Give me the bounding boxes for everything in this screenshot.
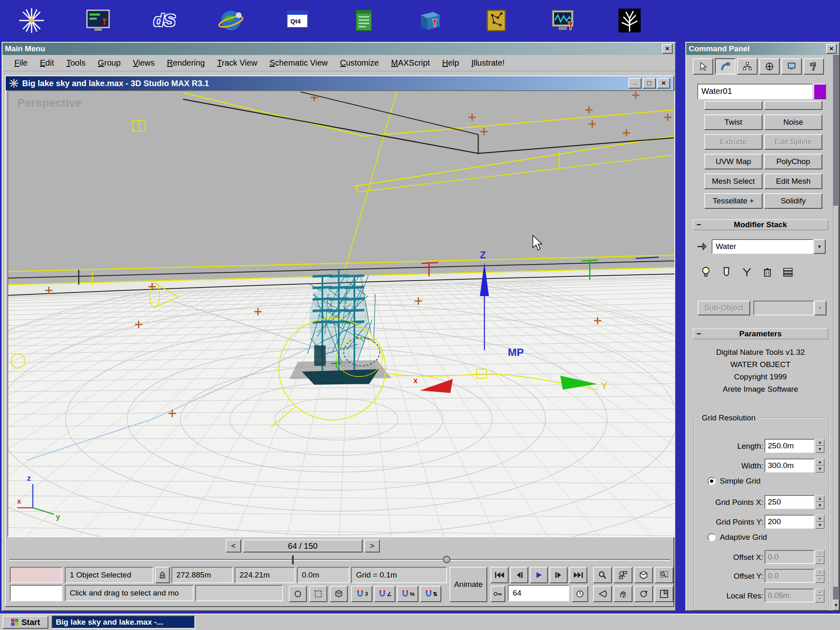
- close-button[interactable]: ×: [657, 78, 670, 89]
- adaptive-grid-radio[interactable]: [708, 533, 716, 541]
- perspective-viewport[interactable]: Z x Y MP z y x: [7, 90, 675, 537]
- command-panel-close-button[interactable]: ×: [826, 44, 837, 54]
- object-name-input[interactable]: Water01: [697, 84, 813, 99]
- time-slider-handle[interactable]: 64 / 150: [243, 539, 363, 552]
- modifier-stack-dropdown[interactable]: Water: [712, 239, 813, 254]
- prev-frame-button[interactable]: <: [226, 539, 241, 552]
- max-starburst-icon[interactable]: [18, 7, 45, 34]
- key-mode-button[interactable]: [491, 586, 505, 602]
- coord-y-field[interactable]: 224.21m: [235, 567, 295, 583]
- menu-customize[interactable]: Customize: [335, 57, 384, 69]
- object-color-swatch[interactable]: [813, 84, 826, 99]
- grid-points-x-input[interactable]: 250: [765, 495, 815, 509]
- package-wine-icon[interactable]: [417, 7, 444, 34]
- modifier-button-uvw-map[interactable]: UVW Map: [704, 154, 762, 169]
- window-select-toggle-button[interactable]: [309, 586, 327, 602]
- spinner-snap-button[interactable]: ⇅: [420, 586, 441, 602]
- scrollbar-down-button[interactable]: ▼: [833, 600, 839, 610]
- modifier-stack-dropdown-arrow[interactable]: ▼: [813, 239, 826, 254]
- grid-points-x-spinner[interactable]: ▲▼: [815, 495, 824, 509]
- previous-frame-button[interactable]: [510, 567, 528, 583]
- monitor-scope-icon[interactable]: [550, 7, 577, 34]
- main-menu-titlebar[interactable]: Main Menu ×: [2, 43, 675, 55]
- length-input[interactable]: 250.0m: [765, 439, 815, 453]
- field-of-view-button[interactable]: [593, 586, 612, 602]
- main-menu-close-button[interactable]: ×: [662, 44, 673, 54]
- start-button[interactable]: Start: [2, 616, 48, 629]
- coord-z-field[interactable]: 0.0m: [297, 567, 349, 583]
- scrollbar-thumb[interactable]: [833, 206, 839, 587]
- tab-display[interactable]: [781, 58, 802, 75]
- grid-points-y-spinner[interactable]: ▲▼: [815, 515, 824, 529]
- min-max-toggle-button[interactable]: [655, 586, 673, 602]
- play-button[interactable]: [530, 567, 548, 583]
- zoom-region-button[interactable]: [655, 567, 673, 583]
- menu-edit[interactable]: Edit: [34, 57, 59, 69]
- coord-x-field[interactable]: 272.885m: [171, 567, 233, 583]
- next-frame-icon-button[interactable]: [550, 567, 568, 583]
- tab-utilities[interactable]: [803, 58, 824, 75]
- width-input[interactable]: 300.0m: [765, 459, 815, 472]
- tree-icon[interactable]: [616, 7, 643, 34]
- modifier-button-tessellate[interactable]: Tessellate +: [704, 193, 762, 209]
- modifier-button-polychop[interactable]: PolyChop: [764, 154, 822, 169]
- next-frame-button[interactable]: >: [364, 539, 380, 552]
- modifier-button-clipped-left[interactable]: [704, 101, 762, 110]
- listener-pane[interactable]: [10, 585, 62, 601]
- max-window-titlebar[interactable]: Big lake sky and lake.max - 3D Studio MA…: [6, 76, 673, 90]
- selection-lock-button[interactable]: [155, 567, 170, 583]
- percent-snap-button[interactable]: %: [397, 586, 418, 602]
- zoom-all-button[interactable]: [614, 567, 632, 583]
- ds-logo-icon[interactable]: dS: [151, 7, 178, 34]
- parameters-rollout[interactable]: − Parameters: [693, 329, 828, 339]
- modifier-button-noise[interactable]: Noise: [764, 114, 822, 130]
- go-to-start-button[interactable]: [491, 567, 509, 583]
- show-end-result-icon[interactable]: [721, 266, 732, 278]
- taskbar-task-button[interactable]: Big lake sky and lake.max -...: [52, 616, 195, 629]
- edit-stack-icon[interactable]: [782, 266, 794, 278]
- modifier-button-twist[interactable]: Twist: [704, 114, 762, 130]
- terminal-icon[interactable]: [84, 7, 112, 34]
- key-marker[interactable]: [443, 556, 450, 563]
- pan-button[interactable]: [614, 586, 632, 602]
- angle-snap-button[interactable]: ∠: [374, 586, 395, 602]
- remove-modifier-trash-icon[interactable]: [762, 266, 773, 278]
- snap-3d-button[interactable]: 3: [351, 586, 372, 602]
- restore-button[interactable]: □: [643, 78, 656, 89]
- simple-grid-radio[interactable]: [708, 477, 716, 485]
- tab-create[interactable]: [693, 58, 713, 75]
- modifier-stack-rollout[interactable]: − Modifier Stack: [693, 219, 828, 230]
- active-toggle-bulb-icon[interactable]: [700, 266, 712, 278]
- minimize-button[interactable]: _: [628, 78, 641, 89]
- length-spinner[interactable]: ▲▼: [815, 439, 824, 453]
- modifier-button-mesh-select[interactable]: Mesh Select: [704, 173, 762, 189]
- degradation-toggle-button[interactable]: [330, 586, 348, 602]
- zoom-button[interactable]: [593, 567, 612, 583]
- modifier-button-edit-mesh[interactable]: Edit Mesh: [764, 173, 822, 189]
- pin-stack-icon[interactable]: [696, 240, 708, 253]
- menu-maxscript[interactable]: MAXScript: [386, 57, 435, 69]
- width-spinner[interactable]: ▲▼: [815, 459, 824, 472]
- current-frame-field[interactable]: 64: [508, 585, 569, 601]
- animate-button[interactable]: Animate: [450, 567, 487, 602]
- time-config-button[interactable]: [572, 586, 588, 602]
- zoom-extents-button[interactable]: [634, 567, 653, 583]
- menu-file[interactable]: File: [9, 57, 33, 69]
- grid-points-y-input[interactable]: 200: [765, 515, 815, 529]
- command-panel-titlebar[interactable]: Command Panel ×: [686, 43, 839, 55]
- menu-group[interactable]: Group: [92, 57, 126, 69]
- crossing-toggle-button[interactable]: [289, 586, 307, 602]
- notepad-icon[interactable]: [350, 7, 377, 34]
- go-to-end-button[interactable]: [569, 567, 587, 583]
- arc-rotate-button[interactable]: [634, 586, 653, 602]
- tab-hierarchy[interactable]: [737, 58, 758, 75]
- modifier-button-solidify[interactable]: Solidify: [764, 193, 822, 209]
- menu-illustrate[interactable]: Illustrate!: [466, 57, 510, 69]
- globe-icon[interactable]: [217, 7, 244, 34]
- modifier-button-clipped-right[interactable]: [764, 101, 822, 110]
- tab-motion[interactable]: [759, 58, 780, 75]
- menu-track-view[interactable]: Track View: [212, 57, 262, 69]
- menu-rendering[interactable]: Rendering: [162, 57, 210, 69]
- macro-recorder-pane[interactable]: [10, 567, 62, 583]
- command-panel-scrollbar[interactable]: ▼: [833, 55, 839, 610]
